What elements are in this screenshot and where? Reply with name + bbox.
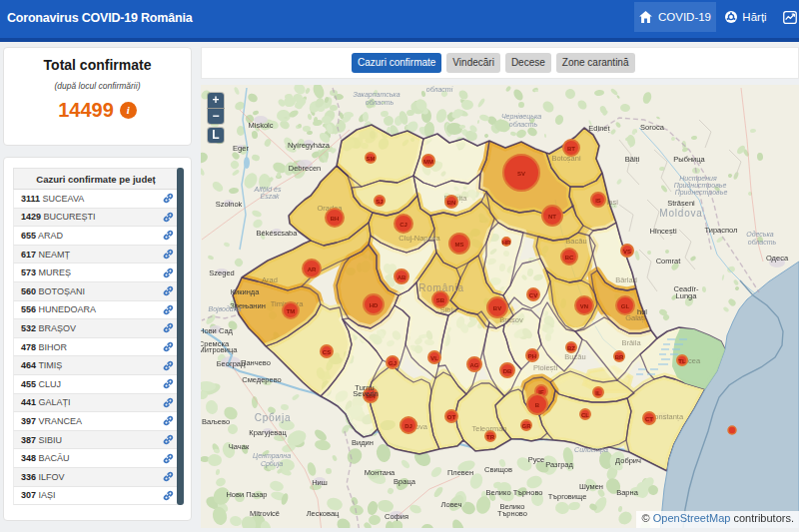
- svg-text:Разград: Разград: [545, 460, 573, 469]
- svg-text:BZ: BZ: [567, 345, 575, 351]
- svg-text:MM: MM: [423, 159, 433, 165]
- svg-text:Плевен: Плевен: [447, 468, 473, 477]
- svg-text:область: область: [748, 239, 777, 246]
- svg-text:SJ: SJ: [376, 199, 383, 205]
- svg-text:Русе: Русе: [528, 455, 545, 464]
- svg-text:BH: BH: [331, 216, 340, 222]
- svg-text:NT: NT: [548, 214, 556, 220]
- svg-text:Варна: Варна: [616, 488, 638, 497]
- svg-text:CS: CS: [323, 349, 331, 355]
- svg-text:IS: IS: [595, 198, 601, 204]
- svg-text:Приднестровье: Приднестровье: [675, 189, 728, 197]
- svg-text:Ниш: Ниш: [312, 478, 328, 487]
- svg-text:CV: CV: [529, 292, 537, 298]
- svg-text:Рыбница: Рыбница: [673, 155, 705, 164]
- svg-text:Ловеч: Ловеч: [441, 500, 462, 509]
- svg-text:IL: IL: [595, 390, 601, 396]
- svg-text:Србија: Србија: [255, 412, 292, 423]
- svg-text:PH: PH: [528, 353, 536, 359]
- svg-text:GJ: GJ: [389, 360, 397, 366]
- svg-text:MS: MS: [455, 242, 464, 248]
- svg-text:Нови Пазар: Нови Пазар: [226, 490, 267, 499]
- svg-text:Закарпатська: Закарпатська: [353, 91, 400, 99]
- svg-text:Чернівецька: Чернівецька: [501, 113, 541, 121]
- svg-text:область: область: [509, 121, 538, 128]
- svg-text:Severin: Severin: [353, 389, 378, 398]
- svg-text:AR: AR: [308, 266, 317, 272]
- svg-text:Szeged: Szeged: [209, 268, 234, 277]
- svg-text:Iași: Iași: [606, 198, 618, 207]
- svg-text:Србија: Србија: [261, 460, 283, 468]
- svg-text:Чачак: Чачак: [229, 442, 250, 451]
- svg-text:Moldova: Moldova: [659, 208, 702, 219]
- svg-text:Bălți: Bălți: [625, 155, 640, 164]
- svg-text:Тираспол: Тираспол: [705, 226, 738, 235]
- svg-text:Панчево: Панчево: [241, 358, 271, 367]
- svg-text:Alföld és: Alföld és: [254, 186, 282, 193]
- svg-text:CT: CT: [645, 416, 653, 422]
- svg-text:Cluj-Napoca: Cluj-Napoca: [399, 234, 440, 243]
- svg-text:GR: GR: [522, 423, 532, 429]
- svg-text:BT: BT: [567, 146, 575, 152]
- svg-text:Szolnok: Szolnok: [216, 200, 243, 209]
- svg-text:GL: GL: [621, 303, 630, 309]
- svg-text:Nyíregyháza: Nyíregyháza: [288, 141, 331, 150]
- svg-text:Strășeni: Strășeni: [667, 199, 695, 208]
- svg-text:BN: BN: [447, 200, 456, 206]
- svg-text:Смедерево: Смедерево: [242, 375, 282, 384]
- svg-text:Comrat: Comrat: [656, 257, 682, 266]
- svg-text:Лесковац: Лесковац: [307, 509, 340, 518]
- svg-text:DJ: DJ: [404, 423, 412, 429]
- svg-text:Mitrovicë: Mitrovicë: [250, 509, 280, 518]
- svg-text:області: області: [426, 86, 453, 93]
- svg-text:Свищов: Свищов: [484, 465, 512, 474]
- svg-text:Ваљево: Ваљево: [202, 417, 230, 426]
- svg-text:hul: hul: [637, 307, 647, 316]
- svg-text:Търново: Търново: [497, 509, 527, 518]
- svg-text:Bacău: Bacău: [565, 237, 586, 246]
- svg-text:Arad: Arad: [262, 275, 278, 284]
- svg-text:IF: IF: [538, 389, 544, 395]
- svg-text:SM: SM: [367, 156, 376, 162]
- svg-text:Шумен: Шумен: [579, 482, 603, 491]
- svg-text:Митровица: Митровица: [201, 345, 238, 354]
- svg-text:Силистра: Силистра: [574, 446, 608, 454]
- svg-text:Edineț: Edineț: [588, 124, 610, 133]
- svg-text:CJ: CJ: [400, 222, 407, 228]
- svg-text:Централна: Централна: [253, 452, 291, 460]
- svg-text:Велико Търново: Велико Търново: [486, 488, 543, 497]
- svg-text:Miskolc: Miskolc: [248, 121, 273, 130]
- svg-text:София: София: [385, 512, 408, 521]
- svg-text:BR: BR: [615, 354, 624, 360]
- svg-text:AG: AG: [470, 362, 479, 368]
- svg-text:CL: CL: [581, 412, 589, 418]
- svg-text:DB: DB: [503, 368, 512, 374]
- svg-text:VS: VS: [623, 249, 631, 255]
- svg-text:BV: BV: [493, 305, 501, 311]
- svg-text:B: B: [535, 402, 540, 408]
- svg-text:Brașov: Brașov: [499, 315, 523, 324]
- svg-text:Bârlad: Bârlad: [615, 275, 637, 284]
- svg-text:TM: TM: [287, 308, 296, 314]
- svg-text:AB: AB: [398, 274, 406, 280]
- svg-text:Debrecen: Debrecen: [289, 164, 322, 173]
- svg-text:Враца: Враца: [394, 477, 416, 486]
- svg-text:VN: VN: [580, 303, 588, 309]
- svg-text:Одеська: Одеська: [746, 231, 774, 238]
- svg-text:OT: OT: [447, 414, 456, 420]
- svg-text:Buzău: Buzău: [564, 352, 585, 361]
- svg-text:Нови Сад: Нови Сад: [201, 326, 234, 335]
- svg-text:Видин: Видин: [352, 438, 374, 447]
- svg-text:Lunga: Lunga: [676, 291, 698, 300]
- svg-text:SB: SB: [436, 297, 445, 303]
- svg-text:Монтана: Монтана: [365, 468, 396, 477]
- svg-text:Ploiești: Ploiești: [533, 363, 558, 372]
- svg-text:Търговище: Търговище: [548, 492, 587, 501]
- svg-text:Soroca: Soroca: [640, 123, 665, 132]
- svg-text:Добрич: Добрич: [615, 456, 641, 465]
- svg-text:Hîncești: Hîncești: [649, 227, 676, 236]
- svg-text:SV: SV: [517, 171, 525, 177]
- svg-text:România: România: [418, 282, 464, 293]
- svg-text:HR: HR: [502, 240, 511, 246]
- svg-text:VL: VL: [430, 355, 438, 361]
